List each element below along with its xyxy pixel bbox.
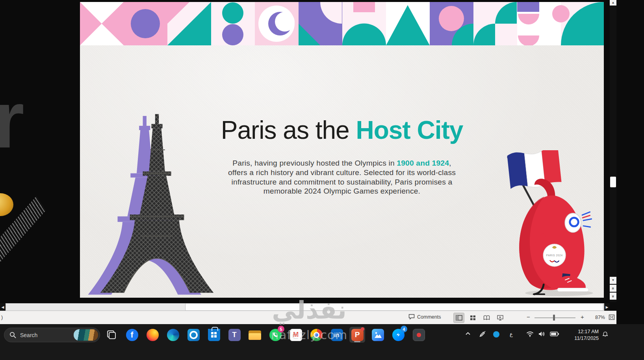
zoom-slider-thumb[interactable] — [553, 315, 555, 321]
wifi-button[interactable] — [526, 331, 534, 337]
geometric-banner — [80, 2, 604, 45]
horizontal-scrollbar[interactable]: ◀ ▶ — [0, 303, 610, 311]
gold-medal-fragment — [0, 193, 13, 216]
slide-sorter-icon — [470, 315, 476, 321]
tray-blue-app-button[interactable] — [493, 331, 499, 338]
slide-body-text: Paris, having previously hosted the Olym… — [224, 159, 460, 196]
speaker-icon — [538, 331, 545, 337]
comments-button[interactable]: Comments — [408, 314, 441, 320]
slide-show-button[interactable] — [495, 313, 505, 323]
fit-slide-to-window-button[interactable] — [609, 314, 615, 321]
scroll-left-button[interactable]: ◀ — [0, 303, 6, 311]
volume-button[interactable] — [538, 331, 545, 337]
body-highlight: 1900 and 1924 — [397, 159, 449, 167]
tray-time: 12:17 AM — [564, 328, 599, 335]
next-slide-button[interactable]: » — [610, 293, 616, 300]
slide-show-icon — [497, 315, 503, 321]
mascot-badge-text: PARIS 2024 — [546, 254, 563, 257]
slide-sorter-view-button[interactable] — [468, 313, 478, 323]
reading-view-icon — [483, 315, 490, 321]
comments-label: Comments — [417, 314, 441, 320]
notification-center-button[interactable] — [602, 331, 609, 338]
fit-to-window-icon — [609, 314, 615, 320]
background-letter-fragment: r — [0, 79, 24, 160]
zoom-level[interactable]: 87% — [588, 315, 605, 320]
vertical-scrollbar[interactable]: ▲ ▼ « » — [610, 0, 616, 302]
chevron-up-icon — [465, 331, 471, 336]
clock[interactable]: 12:17 AM 11/17/2025 — [564, 328, 599, 342]
normal-view-button[interactable] — [454, 313, 464, 323]
battery-button[interactable] — [550, 332, 559, 336]
show-hidden-icons-button[interactable] — [465, 331, 471, 336]
tray-date: 11/17/2025 — [564, 335, 599, 342]
zoom-slider-track[interactable] — [535, 317, 575, 318]
whatsapp-badge: 5 — [278, 326, 284, 332]
zoom-out-button[interactable]: − — [527, 313, 530, 320]
horizontal-scrollbar-thumb[interactable] — [185, 303, 603, 311]
status-bar: ) Comments − + 87% — [0, 311, 616, 324]
language-indicator[interactable]: ع — [510, 331, 513, 337]
pen-tray-button[interactable] — [479, 330, 486, 338]
reading-view-button[interactable] — [481, 313, 492, 323]
powerpoint-notification-dot — [361, 327, 364, 331]
vertical-scrollbar-thumb[interactable] — [610, 177, 616, 187]
battery-icon — [550, 332, 559, 336]
zoom-in-button[interactable]: + — [581, 313, 584, 320]
scroll-right-button[interactable]: ▶ — [604, 303, 610, 311]
scroll-down-button[interactable]: ▼ — [610, 277, 616, 284]
slide-title: Paris as the Host City — [80, 116, 604, 145]
comment-icon — [408, 314, 415, 320]
slide-title-prefix: Paris as the — [221, 116, 356, 144]
desktop-screen: r — [0, 0, 644, 360]
slide-canvas: Paris as the Host City Paris, having pre… — [80, 2, 604, 298]
system-tray: ع 12:17 AM 11/17/2025 — [0, 324, 644, 360]
olympic-mascot-image: PARIS 2024 — [494, 150, 601, 297]
status-left-fragment: ) — [1, 315, 3, 320]
tray-blue-app-icon — [493, 331, 499, 338]
bell-icon — [602, 331, 609, 338]
slide-title-accent: Host City — [356, 116, 463, 144]
wifi-icon — [526, 331, 534, 337]
taskbar: Search f T 5 M in P 4 — [0, 324, 644, 360]
view-switcher — [454, 313, 505, 323]
normal-view-icon — [456, 315, 462, 321]
body-part1: Paris, having previously hosted the Olym… — [232, 159, 397, 167]
messenger-badge: 4 — [401, 326, 407, 332]
scroll-up-button[interactable]: ▲ — [610, 0, 616, 6]
pen-disabled-icon — [479, 330, 486, 338]
previous-slide-button[interactable]: « — [610, 285, 616, 292]
